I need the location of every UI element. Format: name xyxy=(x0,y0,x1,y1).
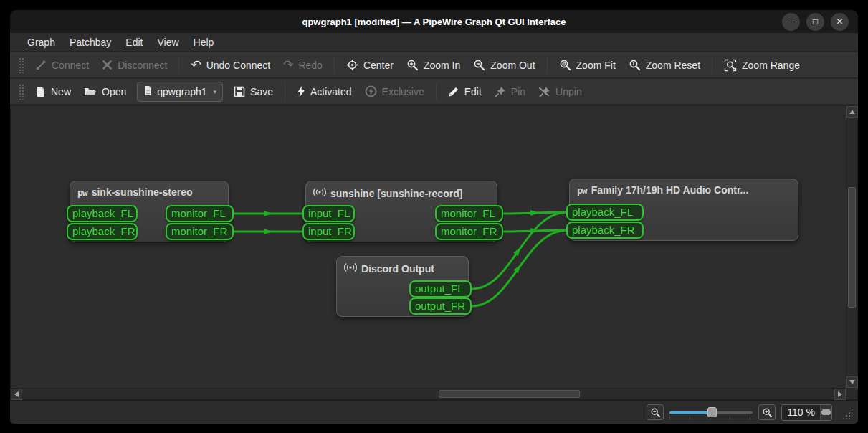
titlebar: qpwgraph1 [modified] — A PipeWire Graph … xyxy=(10,10,858,33)
graph-canvas[interactable]: pw sink-sunshine-stereo playback_FL play… xyxy=(11,106,846,388)
statusbar: 110 % xyxy=(10,400,858,424)
scroll-down-button[interactable] xyxy=(846,376,858,388)
zoom-in-small-button[interactable] xyxy=(758,404,776,420)
zoom-out-button[interactable]: Zoom Out xyxy=(467,55,541,75)
resize-grip[interactable] xyxy=(842,409,852,419)
minimize-button[interactable]: – xyxy=(782,13,800,31)
edit-button[interactable]: Edit xyxy=(442,82,488,101)
toolbar-file: New Open qpwgraph1 ▾ Save Activated Excl… xyxy=(10,79,858,105)
zoom-fit-button[interactable]: Zoom Fit xyxy=(553,55,622,75)
port-sunshine-input-fr[interactable]: input_FR xyxy=(302,223,355,240)
horizontal-scrollbar-thumb[interactable] xyxy=(439,390,580,398)
node-title: sink-sunshine-stereo xyxy=(92,186,193,198)
zoom-in-icon xyxy=(406,59,419,71)
arrow-left-icon xyxy=(14,391,19,397)
arrow-down-icon xyxy=(821,412,831,420)
vertical-scrollbar-thumb[interactable] xyxy=(848,187,856,308)
port-sink-monitor-fr[interactable]: monitor_FR xyxy=(166,223,234,240)
zoom-value[interactable]: 110 % xyxy=(782,406,820,418)
zoom-spinbox[interactable]: 110 % xyxy=(781,404,832,421)
graph-view: pw sink-sunshine-stereo playback_FL play… xyxy=(10,105,858,400)
node-title: Family 17h/19h HD Audio Contr... xyxy=(591,184,749,196)
port-sunshine-monitor-fr[interactable]: monitor_FR xyxy=(435,223,503,240)
toolbar-separator xyxy=(712,57,712,74)
zoom-out-small-button[interactable] xyxy=(647,404,664,420)
chevron-down-icon: ▾ xyxy=(214,88,217,95)
port-family-playback-fr[interactable]: playback_FR xyxy=(566,222,644,239)
exclusive-button[interactable]: Exclusive xyxy=(358,82,431,101)
open-folder-icon xyxy=(84,86,97,97)
activated-bolt-icon xyxy=(297,86,305,97)
window-title: qpwgraph1 [modified] — A PipeWire Graph … xyxy=(10,16,858,27)
toolbar-drag-handle[interactable] xyxy=(19,57,24,73)
port-discord-output-fl[interactable]: output_FL xyxy=(409,280,472,298)
redo-button[interactable]: ↷ Redo xyxy=(277,55,329,75)
scroll-up-button[interactable] xyxy=(846,106,858,118)
maximize-button[interactable]: □ xyxy=(806,13,824,31)
toolbar-separator xyxy=(334,57,335,74)
zoom-in-icon xyxy=(762,407,773,418)
window-controls: – □ ✕ xyxy=(782,13,858,31)
menu-edit[interactable]: Edit xyxy=(118,34,150,50)
unpin-icon xyxy=(538,86,550,97)
patchbay-select[interactable]: qpwgraph1 ▾ xyxy=(137,82,223,102)
arrow-up-icon xyxy=(849,110,855,114)
port-discord-output-fr[interactable]: output_FR xyxy=(409,298,472,315)
activated-button[interactable]: Activated xyxy=(290,82,358,101)
toolbar-drag-handle[interactable] xyxy=(19,84,24,100)
node-title: Discord Output xyxy=(361,263,434,275)
wire-sunshine-to-family-fr xyxy=(503,230,568,232)
node-header: pw Family 17h/19h HD Audio Contr... xyxy=(570,179,798,201)
arrow-down-icon xyxy=(849,380,855,384)
close-button[interactable]: ✕ xyxy=(831,13,849,31)
port-sink-playback-fl[interactable]: playback_FL xyxy=(67,205,138,222)
zoom-slider-fill xyxy=(669,411,710,414)
vertical-scrollbar[interactable] xyxy=(846,106,857,388)
connection-wires xyxy=(11,106,845,387)
zoom-reset-button[interactable]: Zoom Reset xyxy=(622,55,707,75)
disconnect-button[interactable]: Disconnect xyxy=(95,56,173,75)
connect-button[interactable]: Connect xyxy=(29,56,95,75)
zoom-slider-handle[interactable] xyxy=(707,407,717,417)
scrollbar-corner xyxy=(846,388,857,399)
menu-patchbay[interactable]: Patchbay xyxy=(62,34,118,50)
scroll-left-button[interactable] xyxy=(11,389,22,400)
port-family-playback-fl[interactable]: playback_FL xyxy=(566,204,644,221)
disconnect-icon xyxy=(102,60,113,70)
spin-down-button[interactable] xyxy=(821,412,831,420)
pipewire-icon: pw xyxy=(77,187,87,198)
undo-connect-button[interactable]: ↶ Undo Connect xyxy=(184,55,277,75)
port-sunshine-monitor-fl[interactable]: monitor_FL xyxy=(435,205,503,222)
new-button[interactable]: New xyxy=(29,82,77,101)
undo-icon: ↶ xyxy=(191,59,201,71)
patchbay-select-value: qpwgraph1 xyxy=(157,86,206,97)
zoom-in-button[interactable]: Zoom In xyxy=(400,55,467,75)
wire-sunshine-to-family-fl xyxy=(503,212,568,214)
port-sunshine-input-fl[interactable]: input_FL xyxy=(302,205,355,222)
menu-graph[interactable]: Graph xyxy=(20,34,62,50)
pin-icon xyxy=(495,86,506,97)
node-header: sunshine [sunshine-record] xyxy=(306,181,497,205)
zoom-range-button[interactable]: Zoom Range xyxy=(717,55,806,75)
arrow-up-icon xyxy=(821,404,831,412)
menu-help[interactable]: Help xyxy=(186,34,221,50)
pin-button[interactable]: Pin xyxy=(488,82,532,101)
horizontal-scrollbar[interactable] xyxy=(11,388,846,399)
port-sink-playback-fr[interactable]: playback_FR xyxy=(67,223,138,240)
save-button[interactable]: Save xyxy=(227,82,280,101)
toolbar-separator xyxy=(436,83,437,100)
zoom-slider[interactable] xyxy=(669,406,753,419)
toolbar-separator xyxy=(547,57,548,74)
unpin-button[interactable]: Unpin xyxy=(532,82,588,101)
menu-view[interactable]: View xyxy=(150,34,186,50)
port-sink-monitor-fl[interactable]: monitor_FL xyxy=(166,205,234,222)
scroll-right-button[interactable] xyxy=(834,389,846,400)
audio-app-icon xyxy=(344,262,357,275)
zoom-controls: 110 % xyxy=(647,404,852,421)
new-file-icon xyxy=(35,86,46,97)
open-button[interactable]: Open xyxy=(77,82,133,101)
zoom-out-icon xyxy=(473,59,485,71)
zoom-reset-icon xyxy=(629,59,641,71)
spin-up-button[interactable] xyxy=(821,404,831,412)
center-button[interactable]: Center xyxy=(340,55,400,75)
